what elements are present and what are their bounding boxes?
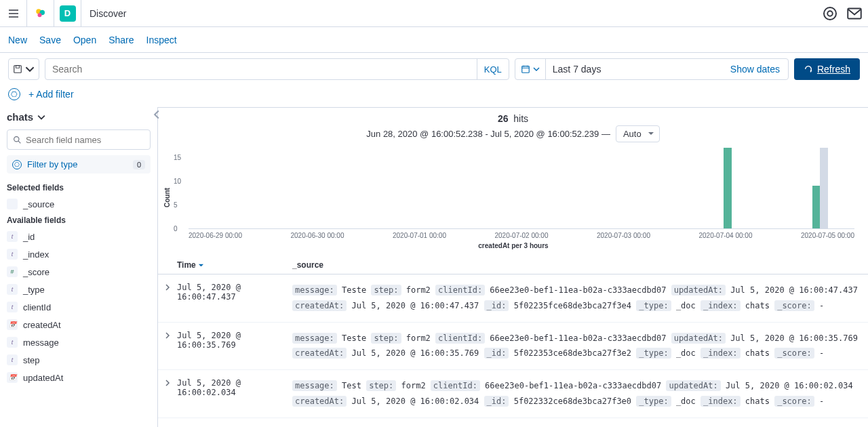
field-type-icon: t bbox=[7, 337, 18, 348]
table-row: Jul 5, 2020 @ 16:00:35.769message: Teste… bbox=[158, 323, 868, 371]
show-dates-link[interactable]: Show dates bbox=[722, 64, 788, 75]
row-time: Jul 5, 2020 @ 16:00:02.034 bbox=[177, 378, 292, 409]
field-item-clientId[interactable]: tclientId bbox=[7, 298, 151, 316]
menu-inspect[interactable]: Inspect bbox=[146, 35, 177, 45]
chart-grid[interactable]: 051015 bbox=[189, 148, 854, 229]
menu-open[interactable]: Open bbox=[73, 35, 96, 45]
expand-row[interactable] bbox=[158, 331, 177, 362]
refresh-button[interactable]: Refresh bbox=[794, 58, 860, 80]
field-item-updatedAt[interactable]: 📅updatedAt bbox=[7, 369, 151, 386]
hits-range: Jun 28, 2020 @ 16:00:52.238 - Jul 5, 202… bbox=[158, 125, 868, 148]
filter-type-label: Filter by type bbox=[27, 159, 127, 169]
kql-toggle[interactable]: KQL bbox=[477, 59, 509, 79]
histogram-chart: Count 051015 2020-06-29 00:002020-06-30 … bbox=[158, 148, 868, 256]
menu-save[interactable]: Save bbox=[39, 35, 61, 45]
col-source[interactable]: _source bbox=[292, 260, 868, 270]
menu-new[interactable]: New bbox=[8, 35, 27, 45]
chart-ylabel: Count bbox=[162, 148, 172, 256]
field-name: message bbox=[23, 338, 59, 348]
field-name: createdAt bbox=[23, 320, 61, 330]
chart-xlabel: createdAt per 3 hours bbox=[172, 239, 854, 256]
field-item-_id[interactable]: t_id bbox=[7, 228, 151, 245]
field-item-_source[interactable]: _source bbox=[7, 195, 151, 213]
index-pattern-name: chats bbox=[7, 111, 33, 123]
field-name: step bbox=[23, 355, 40, 365]
mail-icon[interactable] bbox=[846, 5, 863, 22]
content: 26 hits Jun 28, 2020 @ 16:00:52.238 - Ju… bbox=[157, 107, 868, 427]
table-row: Jul 5, 2020 @ 15:59:47.311message: Teste… bbox=[158, 418, 868, 427]
add-filter-link[interactable]: + Add filter bbox=[28, 89, 74, 100]
field-search-input[interactable] bbox=[26, 135, 144, 145]
topbar-left: D Discover bbox=[0, 0, 134, 26]
menubar: New Save Open Share Inspect bbox=[0, 27, 868, 53]
sort-desc-icon bbox=[198, 262, 204, 268]
expand-row[interactable] bbox=[158, 378, 177, 409]
quick-date-dropdown[interactable] bbox=[515, 59, 546, 79]
chart-xaxis: 2020-06-29 00:002020-06-30 00:002020-07-… bbox=[189, 229, 854, 239]
row-source: message: Test step: form2 clientId: 66ee… bbox=[292, 378, 868, 409]
table-header: Time _source bbox=[158, 256, 868, 274]
save-icon bbox=[13, 64, 22, 74]
field-item-_score[interactable]: #_score bbox=[7, 263, 151, 281]
calendar-icon bbox=[521, 64, 530, 74]
filter-options-icon[interactable]: ⎔ bbox=[8, 88, 20, 100]
row-source: message: Teste step: form2 clientId: 66e… bbox=[292, 283, 868, 314]
main: chats ⎔ Filter by type 0 Selected fields… bbox=[0, 107, 868, 427]
field-item-_index[interactable]: t_index bbox=[7, 245, 151, 263]
filter-by-type[interactable]: ⎔ Filter by type 0 bbox=[7, 155, 151, 174]
date-range-text[interactable]: Last 7 days bbox=[546, 64, 722, 75]
svg-point-3 bbox=[824, 7, 836, 20]
row-time: Jul 5, 2020 @ 16:00:47.437 bbox=[177, 283, 292, 314]
table-row: Jul 5, 2020 @ 16:00:02.034message: Test … bbox=[158, 370, 868, 418]
chart-bar[interactable] bbox=[724, 148, 732, 228]
hit-count: 26 hits bbox=[158, 108, 868, 125]
field-type-icon: 📅 bbox=[7, 372, 18, 383]
field-type-icon: t bbox=[7, 354, 18, 365]
filter-type-count: 0 bbox=[133, 160, 145, 169]
col-time[interactable]: Time bbox=[177, 260, 292, 270]
field-item-createdAt[interactable]: 📅createdAt bbox=[7, 316, 151, 333]
svg-rect-6 bbox=[14, 66, 22, 73]
elastic-logo-cell[interactable] bbox=[27, 0, 54, 27]
field-name: clientId bbox=[23, 302, 51, 312]
topbar: D Discover bbox=[0, 0, 868, 27]
refresh-label: Refresh bbox=[817, 64, 850, 75]
field-name: _score bbox=[23, 267, 50, 277]
field-type-icon bbox=[7, 199, 18, 209]
svg-point-9 bbox=[14, 136, 19, 141]
field-item-step[interactable]: tstep bbox=[7, 351, 151, 369]
search-input[interactable] bbox=[45, 64, 477, 75]
chevron-down-icon bbox=[533, 66, 540, 73]
sidebar: chats ⎔ Filter by type 0 Selected fields… bbox=[0, 107, 157, 427]
svg-point-4 bbox=[827, 11, 833, 16]
field-type-icon: # bbox=[7, 266, 18, 277]
row-time: Jul 5, 2020 @ 16:00:35.769 bbox=[177, 331, 292, 362]
saved-query-dropdown[interactable] bbox=[8, 58, 39, 80]
hamburger-menu[interactable] bbox=[0, 0, 27, 27]
refresh-icon bbox=[804, 64, 813, 74]
elastic-logo-icon bbox=[35, 7, 47, 20]
chart-bar[interactable] bbox=[820, 148, 828, 228]
svg-rect-8 bbox=[522, 66, 530, 73]
field-item-message[interactable]: tmessage bbox=[7, 333, 151, 351]
field-name: _type bbox=[23, 285, 45, 295]
field-item-_type[interactable]: t_type bbox=[7, 281, 151, 298]
filter-type-icon: ⎔ bbox=[12, 160, 22, 169]
field-type-icon: 📅 bbox=[7, 319, 18, 330]
available-fields-title: Available fields bbox=[7, 213, 151, 228]
field-name: _source bbox=[23, 199, 54, 209]
collapse-sidebar-icon[interactable] bbox=[152, 110, 161, 119]
field-type-icon: t bbox=[7, 249, 18, 260]
interval-selector[interactable]: Auto bbox=[616, 125, 660, 142]
field-name: updatedAt bbox=[23, 373, 63, 383]
newsfeed-icon[interactable] bbox=[822, 5, 838, 22]
field-type-icon: t bbox=[7, 231, 18, 242]
app-logo-cell[interactable]: D bbox=[54, 0, 81, 27]
index-pattern-selector[interactable]: chats bbox=[7, 107, 151, 129]
selected-fields-title: Selected fields bbox=[7, 180, 151, 195]
search-icon bbox=[13, 136, 22, 144]
topbar-right bbox=[822, 5, 868, 22]
field-name: _index bbox=[23, 249, 49, 260]
menu-share[interactable]: Share bbox=[108, 35, 134, 45]
expand-row[interactable] bbox=[158, 283, 177, 314]
